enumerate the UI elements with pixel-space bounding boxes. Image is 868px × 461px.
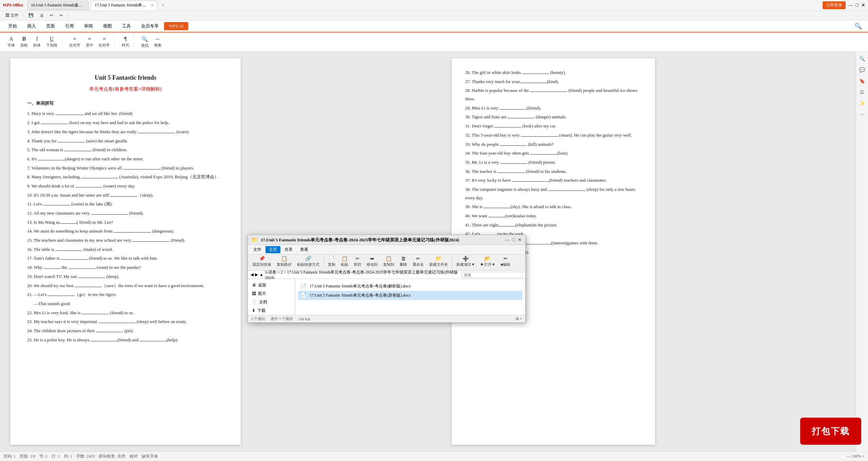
fm-ribbon-tabs: 文件 主页 共享 查看 <box>248 245 525 255</box>
ribbon-tab-ref[interactable]: 引用 <box>60 22 79 31</box>
tab-2[interactable]: 17.Unit 5 Fantastic friends单元考点卷 ✕ <box>91 1 157 10</box>
underline-btn[interactable]: U下划线 <box>44 35 59 49</box>
status-proofread[interactable]: 校对 <box>130 454 138 459</box>
item-24: 24. The children draw pictures of their … <box>27 327 224 335</box>
sidebar-outline-icon[interactable]: ☰ <box>858 88 866 97</box>
find-btn[interactable]: 🔍查找 <box>139 35 151 49</box>
fm-nav-pictures[interactable]: 🖼图片 <box>248 289 295 298</box>
item-19: 19. Don't watch TV. My son (sleep). <box>27 273 224 281</box>
doc-title: Unit 5 Fantastic friends <box>27 72 224 83</box>
register-button[interactable]: 立即登录 <box>823 1 846 9</box>
print-btn[interactable]: 🖨 <box>38 12 46 19</box>
restore-button[interactable]: □ <box>856 3 859 8</box>
fm-move-btn[interactable]: ➡移动到 <box>364 255 380 268</box>
fm-minimize-btn[interactable]: — <box>505 237 510 243</box>
search-icon[interactable]: 🔍 <box>852 22 865 30</box>
fm-forward-btn[interactable]: ▶ <box>255 272 258 277</box>
ribbon-tab-start[interactable]: 开始 <box>3 22 22 31</box>
replace-btn[interactable]: ↔替换 <box>152 35 163 49</box>
redo-btn[interactable]: ↪ <box>57 12 65 19</box>
fm-view-icons[interactable]: ⊞ ≡ <box>516 317 522 321</box>
fm-sep2 <box>452 255 452 267</box>
fm-pin-btn[interactable]: 📌固定到快速 <box>251 255 273 268</box>
wps-logo: WPS Office <box>3 3 23 8</box>
fm-copy-path-btn[interactable]: 📋复制路径 <box>275 255 294 268</box>
statusbar: 页码: 1 页面: 1/9 节: 1 行: 1 列: 1 字数: 2433 拼写… <box>0 452 868 461</box>
tab-1[interactable]: 16.Unit 5 Fantastic friends速记清单 <box>27 1 89 10</box>
fm-copyto-btn[interactable]: 📋复制到 <box>381 255 396 268</box>
font-group: A字体 B加粗 I斜体 U下划线 <box>3 33 62 51</box>
quick-access-toolbar: ☰ 文件 💾 🖨 ↩ ↪ <box>0 11 868 20</box>
ribbon-tab-review[interactable]: 审阅 <box>79 22 98 31</box>
download-stamp[interactable]: 打包下载 <box>800 418 861 445</box>
ribbon-tab-tools[interactable]: 工具 <box>117 22 136 31</box>
fm-open-btn[interactable]: 📂▶打开▼ <box>478 255 497 268</box>
fm-paste-btn[interactable]: 📋粘贴 <box>339 255 350 268</box>
file-menu[interactable]: ☰ 文件 <box>3 12 21 19</box>
status-spell: 拼写检查: 关闭 <box>99 454 125 459</box>
ribbon-toolbar: A字体 B加粗 I斜体 U下划线 ≡左对齐 ≡居中 ≡右对齐 ¶样式 🔍查找 ↔… <box>0 33 868 52</box>
bold-btn[interactable]: B加粗 <box>18 35 30 49</box>
status-cursor: 节: 1 <box>39 454 47 459</box>
item-30: 30. Tigers and lions are (danger) animal… <box>465 113 642 121</box>
file-manager-window: 📁 17.Unit 5 Fantastic friends单元考点卷-考点卷-2… <box>248 235 526 323</box>
fm-file-1[interactable]: 📄 17.Unit 5 Fantastic friends单元考点卷-考点卷(解… <box>298 282 522 291</box>
item-3: 3. John doesn't like the tigers because … <box>27 128 224 136</box>
item-8: 8. Many foreigners, including (Australia… <box>27 173 224 181</box>
fm-tab-home[interactable]: 主页 <box>265 246 280 253</box>
item-14: 14. We must do something to keep animals… <box>27 227 224 236</box>
italic-btn[interactable]: I斜体 <box>31 35 43 49</box>
sidebar-more-icon[interactable]: ⋯ <box>858 110 866 119</box>
fm-sep1 <box>323 255 324 267</box>
search-replace-group: 🔍查找 ↔替换 <box>137 33 166 51</box>
fm-file-2-icon: 📄 <box>300 292 307 299</box>
ribbon-tab-vip[interactable]: 会员专享 <box>136 22 163 31</box>
ribbon-tab-wpsai[interactable]: WPS AI <box>164 22 188 30</box>
fm-edit-btn[interactable]: ✏■编辑 <box>499 255 513 268</box>
fm-search-input[interactable] <box>461 272 522 278</box>
fm-close-btn[interactable]: ✕ <box>518 237 522 243</box>
fm-back-btn[interactable]: ◀ <box>251 272 254 277</box>
fm-nav-desktop[interactable]: 🖥桌面 <box>248 281 295 289</box>
fm-toolbar: 📌固定到快速 📋复制路径 🔗粘贴快捷方式 📄复制 📋粘贴 ✂剪切 ➡移动到 📋复… <box>248 255 525 271</box>
minimize-button[interactable]: — <box>848 3 853 8</box>
ribbon-tab-view[interactable]: 视图 <box>98 22 117 31</box>
fm-delete-btn[interactable]: 🗑删除 <box>398 255 409 268</box>
fm-nav-documents[interactable]: 📄文档 <box>248 298 295 306</box>
fm-newitem-btn[interactable]: ➕新建项目▼ <box>454 255 477 268</box>
ribbon-tab-insert[interactable]: 插入 <box>22 22 41 31</box>
style-normal-btn[interactable]: ¶样式 <box>120 35 131 49</box>
fm-nav-downloads[interactable]: ⬇下载 <box>248 306 295 315</box>
sidebar-ai-icon[interactable]: ✨ <box>857 99 867 108</box>
titlebar: WPS Office 16.Unit 5 Fantastic friends速记… <box>0 0 868 11</box>
align-right-btn[interactable]: ≡右对齐 <box>97 35 112 49</box>
close-button[interactable]: ✕ <box>861 2 865 8</box>
fm-up-btn[interactable]: ▲ <box>259 272 263 277</box>
fm-file-2[interactable]: 📄 17.Unit 5 Fantastic friends单元考点卷-考点卷(原… <box>298 291 522 300</box>
undo-btn[interactable]: ↩ <box>48 12 55 19</box>
status-page: 页码: 1 <box>3 454 16 459</box>
para-group: ≡左对齐 ≡居中 ≡右对齐 <box>65 33 114 51</box>
fm-restore-btn[interactable]: □ <box>512 237 515 243</box>
item-40: 40. We want (see)koalas today. <box>465 212 642 220</box>
align-left-btn[interactable]: ≡左对齐 <box>67 35 82 49</box>
tab-add-button[interactable]: + <box>159 2 166 8</box>
fm-rename-btn[interactable]: ✏重命名 <box>411 255 426 268</box>
tab-2-close-icon[interactable]: ✕ <box>151 3 154 7</box>
zoom-controls[interactable]: — 100% + <box>847 454 865 459</box>
sidebar-search-icon[interactable]: 🔍 <box>857 54 867 63</box>
fm-copy-btn[interactable]: 📄复制 <box>326 255 337 268</box>
fm-tab-file[interactable]: 文件 <box>250 246 265 253</box>
fm-tab-view[interactable]: 查看 <box>297 246 312 253</box>
align-center-btn[interactable]: ≡居中 <box>84 35 95 49</box>
fm-tab-share[interactable]: 共享 <box>281 246 296 253</box>
separator2 <box>67 13 68 18</box>
ribbon-tab-page[interactable]: 页面 <box>41 22 60 31</box>
sidebar-bookmark-icon[interactable]: 🔖 <box>857 77 867 86</box>
save-btn[interactable]: 💾 <box>26 12 36 19</box>
sidebar-comments-icon[interactable]: 💬 <box>857 65 867 75</box>
fm-newfolder-btn[interactable]: 📁新建文件夹 <box>427 255 450 268</box>
font-select[interactable]: A字体 <box>5 35 17 49</box>
fm-paste-shortcut-btn[interactable]: 🔗粘贴快捷方式 <box>295 255 321 268</box>
fm-cut-btn[interactable]: ✂剪切 <box>352 255 363 268</box>
